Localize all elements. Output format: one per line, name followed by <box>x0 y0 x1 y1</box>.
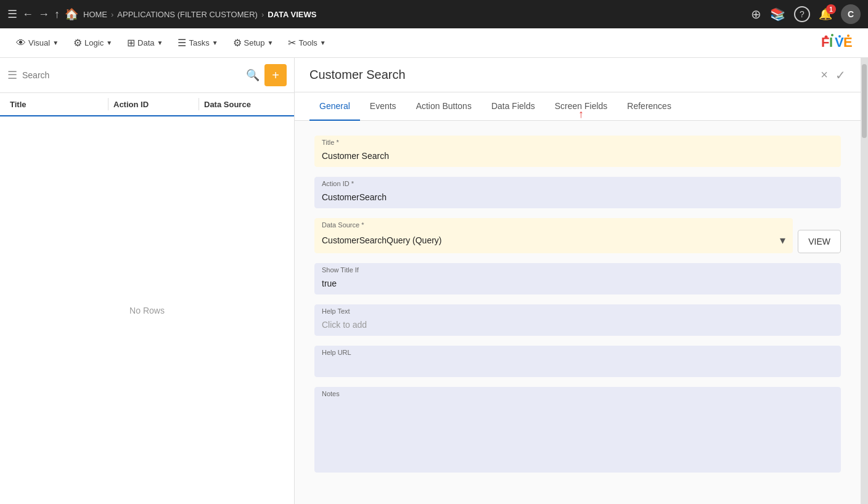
tools-label: Tools <box>298 38 317 47</box>
notification-badge: 1 <box>826 4 836 14</box>
data-menu[interactable]: ⊞ Data ▼ <box>121 33 169 52</box>
search-icon[interactable]: 🔍 <box>246 68 260 82</box>
main-layout: ☰ 🔍 + Title Action ID Data Source No Row… <box>0 58 868 504</box>
notes-label: Notes <box>314 387 841 399</box>
col-source-header: Data Source <box>204 100 284 109</box>
action-id-value[interactable]: CustomerSearch <box>314 189 841 208</box>
top-nav-right: ⊕ 📚 ? 🔔 1 C <box>751 4 861 24</box>
show-title-label: Show Title If <box>314 263 841 275</box>
col-divider-2 <box>199 98 199 110</box>
tab-events[interactable]: Events <box>360 92 406 121</box>
setup-menu[interactable]: ⚙ Setup ▼ <box>227 33 280 52</box>
svg-point-4 <box>825 36 828 39</box>
bc-home[interactable]: HOME <box>83 10 107 19</box>
breadcrumb: HOME › APPLICATIONS (FILTER CUSTOMER) › … <box>83 10 746 19</box>
action-id-field: Action ID * CustomerSearch <box>314 177 841 208</box>
list-body: No Rows <box>0 116 294 504</box>
tools-chevron: ▼ <box>320 39 326 46</box>
notes-value[interactable] <box>314 399 841 418</box>
home-icon[interactable]: 🏠 <box>65 7 78 21</box>
tab-screen-fields[interactable]: Screen Fields ↑ <box>545 92 618 121</box>
books-icon[interactable]: 📚 <box>770 7 785 22</box>
logic-icon: ⚙ <box>73 37 82 49</box>
close-button[interactable]: × <box>821 68 828 83</box>
logic-label: Logic <box>84 38 104 47</box>
empty-text: No Rows <box>129 306 165 315</box>
title-field-value[interactable]: Customer Search <box>314 147 841 167</box>
notification-icon[interactable]: 🔔 1 <box>819 7 832 21</box>
notes-field: Notes <box>314 387 841 473</box>
help-text-value-wrap[interactable]: Click to add <box>314 316 841 336</box>
show-title-value-wrap[interactable]: true <box>314 275 841 295</box>
tab-references[interactable]: References <box>617 92 681 121</box>
view-button[interactable]: VIEW <box>798 230 841 253</box>
logic-menu[interactable]: ⚙ Logic ▼ <box>67 33 118 52</box>
data-source-row: Data Source * CustomerSearchQuery (Query… <box>314 218 841 253</box>
bc-sep2: › <box>261 10 264 19</box>
tasks-menu[interactable]: ☰ Tasks ▼ <box>171 33 224 52</box>
col-action-header: Action ID <box>113 100 194 109</box>
help-icon[interactable]: ? <box>794 6 810 22</box>
up-icon[interactable]: ↑ <box>54 8 60 21</box>
five-logo: F I V E <box>821 33 858 52</box>
show-title-value[interactable]: true <box>314 275 841 295</box>
menu-icon[interactable]: ☰ <box>7 7 17 21</box>
help-text-field: Help Text Click to add <box>314 304 841 336</box>
tasks-label: Tasks <box>189 38 209 47</box>
help-url-value-wrap[interactable] <box>314 357 841 377</box>
search-input[interactable] <box>22 70 241 80</box>
scrollbar[interactable] <box>861 58 868 504</box>
svg-point-5 <box>831 34 833 36</box>
left-panel: ☰ 🔍 + Title Action ID Data Source No Row… <box>0 58 295 504</box>
visual-chevron: ▼ <box>52 39 59 46</box>
bc-dataviews[interactable]: DATA VIEWS <box>268 10 316 19</box>
support-icon[interactable]: ⊕ <box>751 7 761 22</box>
tabs-bar: General Events Action Buttons Data Field… <box>295 92 861 121</box>
tab-general[interactable]: General <box>309 92 360 121</box>
back-icon[interactable]: ← <box>22 8 33 21</box>
data-source-field: Data Source * CustomerSearchQuery (Query… <box>314 218 793 253</box>
form-content: Title * Customer Search Action ID * Cust… <box>295 121 861 504</box>
data-source-value: CustomerSearchQuery (Query) <box>322 235 780 245</box>
toolbar-left: 👁 Visual ▼ ⚙ Logic ▼ ⊞ Data ▼ ☰ Tasks ▼ … <box>10 33 332 52</box>
right-panel-header: Customer Search × ✓ <box>295 58 861 92</box>
search-bar: ☰ 🔍 + <box>0 58 294 93</box>
arrow-indicator: ↑ <box>578 108 584 121</box>
help-url-label: Help URL <box>314 346 841 357</box>
eye-icon: 👁 <box>16 38 26 49</box>
visual-menu[interactable]: 👁 Visual ▼ <box>10 34 65 52</box>
tab-action-buttons[interactable]: Action Buttons <box>406 92 481 121</box>
notes-value-wrap[interactable] <box>314 399 841 473</box>
tab-data-fields[interactable]: Data Fields <box>481 92 545 121</box>
setup-icon: ⚙ <box>233 37 242 49</box>
title-field-value-wrap[interactable]: Customer Search <box>314 147 841 167</box>
title-field: Title * Customer Search <box>314 136 841 167</box>
confirm-button[interactable]: ✓ <box>835 68 846 83</box>
add-button[interactable]: + <box>264 64 287 86</box>
scrollbar-thumb[interactable] <box>862 64 867 138</box>
data-chevron: ▼ <box>157 39 163 46</box>
col-divider-1 <box>108 98 108 110</box>
toolbar: 👁 Visual ▼ ⚙ Logic ▼ ⊞ Data ▼ ☰ Tasks ▼ … <box>0 28 868 58</box>
bc-sep1: › <box>111 10 113 19</box>
tasks-chevron: ▼ <box>212 39 218 46</box>
tools-menu[interactable]: ✂ Tools ▼ <box>282 33 332 52</box>
title-field-label: Title * <box>314 136 841 147</box>
help-text-label: Help Text <box>314 304 841 316</box>
tools-icon: ✂ <box>288 37 296 49</box>
right-panel: Customer Search × ✓ General Events Actio… <box>295 58 861 504</box>
visual-label: Visual <box>28 38 50 47</box>
data-source-value-wrap[interactable]: CustomerSearchQuery (Query) ▾ <box>314 230 793 253</box>
avatar[interactable]: C <box>841 4 861 24</box>
show-title-field: Show Title If true <box>314 263 841 295</box>
header-actions: × ✓ <box>821 68 846 83</box>
filter-icon[interactable]: ☰ <box>7 68 17 82</box>
help-text-value[interactable]: Click to add <box>314 316 841 336</box>
dropdown-icon[interactable]: ▾ <box>780 234 785 247</box>
bc-applications[interactable]: APPLICATIONS (FILTER CUSTOMER) <box>117 10 258 19</box>
action-id-value-wrap[interactable]: CustomerSearch <box>314 189 841 208</box>
data-source-label: Data Source * <box>314 218 793 230</box>
help-url-value[interactable] <box>314 357 841 377</box>
setup-chevron: ▼ <box>268 39 274 46</box>
forward-icon[interactable]: → <box>38 8 49 21</box>
